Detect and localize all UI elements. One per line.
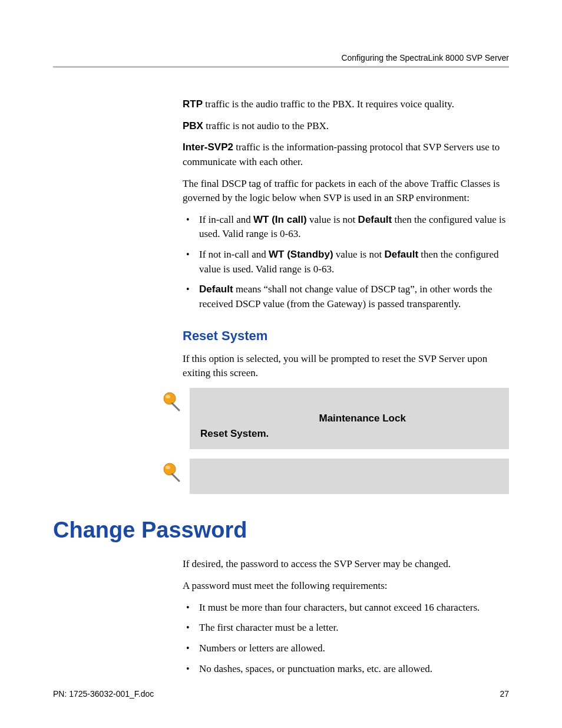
intersvp2-label: Inter-SVP2 [183, 141, 233, 153]
cp-p1: If desired, the password to access the S… [183, 557, 509, 572]
note-row-2: All active calls are terminated upon a s… [159, 459, 509, 494]
list-item: The first character must be a letter. [183, 621, 509, 635]
b3-post: means “shall not change value of DSCP ta… [199, 284, 492, 309]
b1-def: Default [358, 214, 392, 225]
pbx-paragraph: PBX traffic is not audio to the PBX. [183, 119, 509, 134]
b1-wt: WT (In call) [253, 214, 307, 225]
change-password-section: If desired, the password to access the S… [183, 557, 509, 676]
intersvp2-paragraph: Inter-SVP2 traffic is the information-pa… [183, 140, 509, 169]
b1-pre: If in-call and [199, 214, 253, 225]
footer-doc-id: PN: 1725-36032-001_F.doc [53, 689, 154, 699]
pbx-label: PBX [183, 120, 203, 131]
rtp-text: traffic is the audio traffic to the PBX.… [203, 98, 454, 110]
n1-ml: Maintenance Lock [319, 413, 405, 424]
reset-system-heading: Reset System [183, 328, 509, 344]
list-item: If in-call and WT (In call) value is not… [183, 213, 509, 242]
rtp-label: RTP [183, 98, 203, 110]
n2-text: All active calls are terminated upon a s… [200, 469, 404, 480]
rtp-paragraph: RTP traffic is the audio traffic to the … [183, 97, 509, 112]
dscp-section: The final DSCP tag of traffic for packet… [183, 177, 509, 381]
list-item: No dashes, spaces, or punctuation marks,… [183, 662, 509, 677]
page-container: Configuring the SpectraLink 8000 SVP Ser… [0, 0, 562, 728]
dscp-intro: The final DSCP tag of traffic for packet… [183, 177, 509, 206]
pushpin-icon [159, 390, 183, 414]
b2-mid: value is not [333, 249, 385, 260]
list-item: It must be more than four characters, bu… [183, 601, 509, 615]
pbx-text: traffic is not audio to the PBX. [203, 120, 329, 131]
pushpin-icon [159, 461, 183, 485]
reset-system-paragraph: If this option is selected, you will be … [183, 352, 509, 381]
note-row-1: Note that resetting the SVP Server will … [159, 388, 509, 450]
b2-def: Default [384, 249, 418, 260]
content-column: RTP traffic is the audio traffic to the … [183, 97, 509, 170]
b1-mid: value is not [307, 214, 358, 225]
running-head: Configuring the SpectraLink 8000 SVP Ser… [53, 53, 509, 62]
note-box-maintenance-lock: Note that resetting the SVP Server will … [190, 388, 509, 450]
svg-point-0 [164, 393, 176, 404]
svg-point-2 [164, 463, 176, 475]
page-footer: PN: 1725-36032-001_F.doc 27 [53, 689, 509, 699]
b2-pre: If not in-call and [199, 249, 269, 260]
cp-p2: A password must meet the following requi… [183, 579, 509, 594]
svg-point-1 [166, 395, 170, 398]
change-password-heading: Change Password [53, 518, 509, 543]
b2-wt: WT (Standby) [269, 249, 333, 260]
footer-page-number: 27 [500, 689, 509, 699]
list-item: If not in-call and WT (Standby) value is… [183, 248, 509, 276]
list-item: Numbers or letters are allowed. [183, 641, 509, 656]
header-rule [53, 66, 509, 68]
n1-mid: before the [406, 413, 449, 424]
note-box-active-calls: All active calls are terminated upon a s… [190, 459, 509, 494]
dscp-bullet-list: If in-call and WT (In call) value is not… [183, 213, 509, 312]
n1-rs: Reset System. [200, 428, 269, 439]
svg-point-3 [166, 466, 170, 469]
list-item: Default means “shall not change value of… [183, 282, 509, 311]
password-requirements-list: It must be more than four characters, bu… [183, 601, 509, 677]
b3-def: Default [199, 284, 233, 295]
